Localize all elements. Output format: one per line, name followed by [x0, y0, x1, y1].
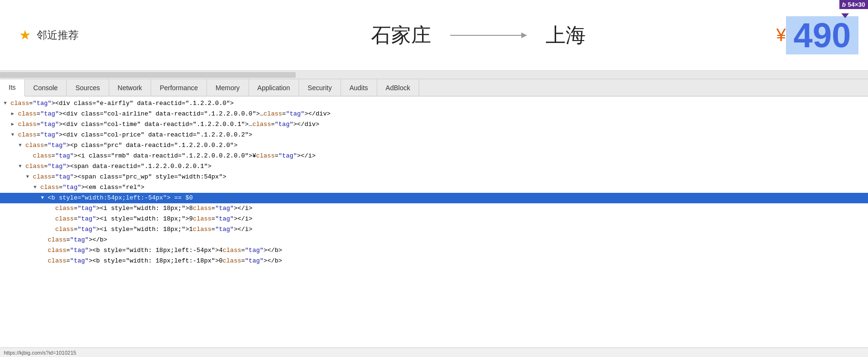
city-from: 石家庄 [371, 22, 431, 49]
code-line[interactable]: ▼ class="tag"><div class="col-price" dat… [0, 130, 868, 140]
tooltip-badge: b 54×30 [839, 0, 868, 9]
code-line[interactable]: class="tag"><i class="rmb" data-reactid=… [0, 151, 868, 161]
code-line[interactable]: ▼ <b style="width:54px;left:-54px"> == $… [0, 193, 868, 203]
code-line[interactable]: class="tag"><i style="width: 18px;">1cla… [0, 224, 868, 235]
scrollbar-track[interactable] [0, 72, 296, 78]
tooltip-dimensions: 54×30 [847, 1, 865, 8]
tooltip-letter: b [842, 1, 846, 8]
tab-sources[interactable]: Sources [67, 79, 109, 96]
price-value: 490 [786, 16, 858, 54]
route-arrow-line [450, 35, 527, 36]
code-line[interactable]: class="tag"><b style="width: 18px;left:-… [0, 256, 868, 266]
code-line[interactable]: ▼ class="tag"><span data-reactid=".1.2.2… [0, 161, 868, 172]
tab-elements[interactable]: Its [0, 79, 25, 96]
code-line[interactable]: class="tag"><b style="width: 18px;left:-… [0, 245, 868, 256]
code-line[interactable]: ▶ class="tag"><div class="col-airline" d… [0, 109, 868, 119]
route-arrow [450, 35, 527, 36]
tab-application[interactable]: Application [249, 79, 300, 96]
tab-performance[interactable]: Performance [151, 79, 207, 96]
route-container: 石家庄 上海 [107, 22, 849, 49]
devtools-panel: ▼ class="tag"><div class="e-airfly" data… [0, 96, 868, 287]
devtools-tabs: Its Console Sources Network Performance … [0, 79, 868, 96]
code-line[interactable]: class="tag"><i style="width: 18px;">9cla… [0, 214, 868, 224]
code-line[interactable]: class="tag"></b> [0, 235, 868, 245]
webpage-area: ★ 邻近推荐 石家庄 上海 ¥ 490 b 54×30 [0, 0, 868, 71]
star-icon: ★ [19, 27, 31, 43]
tab-memory[interactable]: Memory [207, 79, 249, 96]
price-currency: ¥ [776, 25, 786, 45]
tab-console[interactable]: Console [25, 79, 67, 96]
recommendation-label: 邻近推荐 [37, 28, 79, 42]
tab-audits[interactable]: Audits [341, 79, 377, 96]
code-line[interactable]: class="tag"><i style="width: 18px;">8cla… [0, 203, 868, 214]
code-line[interactable]: ▼ class="tag"><p class="prc" data-reacti… [0, 140, 868, 151]
scrollbar-area[interactable] [0, 71, 868, 79]
code-line[interactable]: ▶ class="tag"><div class="col-time" data… [0, 119, 868, 130]
tab-security[interactable]: Security [299, 79, 341, 96]
tab-network[interactable]: Network [109, 79, 151, 96]
price-container: ¥ 490 [776, 0, 868, 70]
tooltip-arrow [841, 13, 849, 18]
code-line[interactable]: ▼ class="tag"><div class="e-airfly" data… [0, 98, 868, 109]
city-to: 上海 [546, 22, 586, 49]
code-line[interactable]: ▼ class="tag"><span class="prc_wp" style… [0, 172, 868, 182]
tab-adblock[interactable]: AdBlock [377, 79, 419, 96]
code-line[interactable]: ▼ class="tag"><em class="rel"> [0, 182, 868, 193]
